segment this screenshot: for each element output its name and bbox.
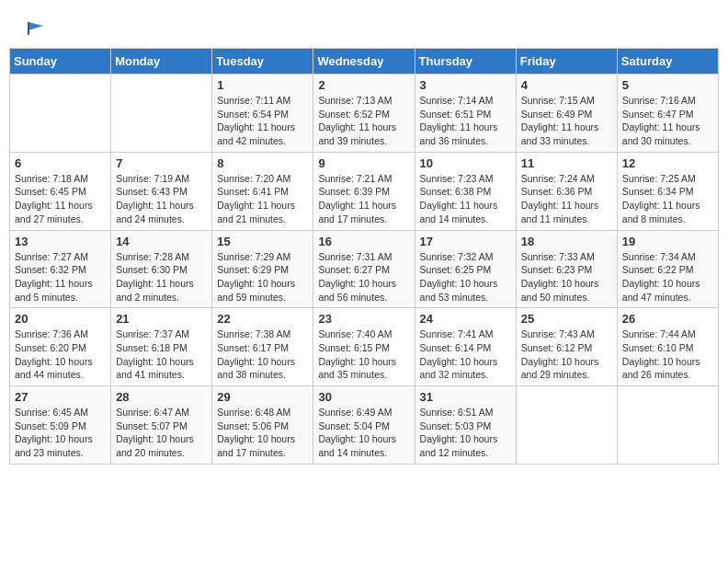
day-info: Sunrise: 6:47 AM Sunset: 5:07 PM Dayligh… xyxy=(116,406,207,460)
calendar-cell: 6Sunrise: 7:18 AM Sunset: 6:45 PM Daylig… xyxy=(10,152,111,230)
day-info: Sunrise: 7:36 AM Sunset: 6:20 PM Dayligh… xyxy=(15,327,106,382)
weekday-header: Thursday xyxy=(415,49,516,75)
day-info: Sunrise: 7:41 AM Sunset: 6:14 PM Dayligh… xyxy=(420,327,511,382)
weekday-header: Wednesday xyxy=(313,49,415,75)
calendar-cell: 18Sunrise: 7:33 AM Sunset: 6:23 PM Dayli… xyxy=(516,230,617,308)
day-number: 18 xyxy=(521,235,612,248)
day-number: 2 xyxy=(318,78,409,92)
calendar-cell: 12Sunrise: 7:25 AM Sunset: 6:34 PM Dayli… xyxy=(617,152,718,230)
day-number: 8 xyxy=(217,156,308,170)
calendar-cell: 9Sunrise: 7:21 AM Sunset: 6:39 PM Daylig… xyxy=(313,152,415,230)
calendar-cell: 27Sunrise: 6:45 AM Sunset: 5:09 PM Dayli… xyxy=(10,386,111,465)
day-number: 30 xyxy=(318,390,409,404)
day-number: 10 xyxy=(420,156,511,170)
calendar-cell: 2Sunrise: 7:13 AM Sunset: 6:52 PM Daylig… xyxy=(313,75,415,153)
day-info: Sunrise: 7:27 AM Sunset: 6:32 PM Dayligh… xyxy=(15,250,106,304)
calendar-cell: 16Sunrise: 7:31 AM Sunset: 6:27 PM Dayli… xyxy=(313,230,415,308)
calendar-cell: 31Sunrise: 6:51 AM Sunset: 5:03 PM Dayli… xyxy=(415,386,516,465)
calendar-cell: 20Sunrise: 7:36 AM Sunset: 6:20 PM Dayli… xyxy=(10,308,111,386)
calendar-cell: 11Sunrise: 7:24 AM Sunset: 6:36 PM Dayli… xyxy=(516,152,617,230)
calendar-header: SundayMondayTuesdayWednesdayThursdayFrid… xyxy=(10,49,719,75)
day-info: Sunrise: 7:28 AM Sunset: 6:30 PM Dayligh… xyxy=(116,250,207,304)
day-number: 19 xyxy=(622,235,713,248)
day-number: 4 xyxy=(521,78,612,92)
day-number: 1 xyxy=(217,78,308,92)
calendar-cell: 8Sunrise: 7:20 AM Sunset: 6:41 PM Daylig… xyxy=(212,152,313,230)
calendar-cell: 19Sunrise: 7:34 AM Sunset: 6:22 PM Dayli… xyxy=(617,230,718,308)
day-info: Sunrise: 7:13 AM Sunset: 6:52 PM Dayligh… xyxy=(318,94,409,148)
calendar-cell: 4Sunrise: 7:15 AM Sunset: 6:49 PM Daylig… xyxy=(516,75,617,153)
calendar-cell: 13Sunrise: 7:27 AM Sunset: 6:32 PM Dayli… xyxy=(10,230,111,308)
day-info: Sunrise: 7:34 AM Sunset: 6:22 PM Dayligh… xyxy=(622,250,713,304)
day-info: Sunrise: 7:29 AM Sunset: 6:29 PM Dayligh… xyxy=(217,250,308,304)
day-info: Sunrise: 7:38 AM Sunset: 6:17 PM Dayligh… xyxy=(217,327,308,382)
calendar-cell: 23Sunrise: 7:40 AM Sunset: 6:15 PM Dayli… xyxy=(313,308,415,386)
day-number: 3 xyxy=(420,78,511,92)
day-number: 12 xyxy=(622,156,713,170)
page-header xyxy=(9,9,719,48)
weekday-header: Friday xyxy=(516,49,617,75)
day-number: 11 xyxy=(521,156,612,170)
day-number: 27 xyxy=(15,390,106,404)
day-number: 28 xyxy=(116,390,207,404)
day-number: 16 xyxy=(318,235,409,248)
day-number: 25 xyxy=(521,312,612,326)
day-number: 5 xyxy=(622,78,713,92)
calendar-cell xyxy=(516,386,617,465)
calendar-table: SundayMondayTuesdayWednesdayThursdayFrid… xyxy=(9,48,719,465)
calendar-cell: 29Sunrise: 6:48 AM Sunset: 5:06 PM Dayli… xyxy=(212,386,313,465)
calendar-cell: 26Sunrise: 7:44 AM Sunset: 6:10 PM Dayli… xyxy=(617,308,718,386)
day-number: 13 xyxy=(15,235,106,248)
calendar-cell: 22Sunrise: 7:38 AM Sunset: 6:17 PM Dayli… xyxy=(212,308,313,386)
logo xyxy=(23,18,45,39)
calendar-cell: 3Sunrise: 7:14 AM Sunset: 6:51 PM Daylig… xyxy=(415,75,516,153)
calendar-cell xyxy=(10,75,111,153)
day-info: Sunrise: 7:15 AM Sunset: 6:49 PM Dayligh… xyxy=(521,94,612,148)
day-number: 7 xyxy=(116,156,207,170)
day-number: 23 xyxy=(318,312,409,326)
day-number: 24 xyxy=(420,312,511,326)
day-number: 26 xyxy=(622,312,713,326)
day-info: Sunrise: 6:45 AM Sunset: 5:09 PM Dayligh… xyxy=(15,406,106,460)
day-info: Sunrise: 7:11 AM Sunset: 6:54 PM Dayligh… xyxy=(217,94,308,148)
calendar-cell: 1Sunrise: 7:11 AM Sunset: 6:54 PM Daylig… xyxy=(212,75,313,153)
calendar-cell xyxy=(111,75,212,153)
day-info: Sunrise: 7:19 AM Sunset: 6:43 PM Dayligh… xyxy=(116,172,207,226)
calendar-cell: 5Sunrise: 7:16 AM Sunset: 6:47 PM Daylig… xyxy=(617,75,718,153)
weekday-header: Saturday xyxy=(617,49,718,75)
calendar-cell: 24Sunrise: 7:41 AM Sunset: 6:14 PM Dayli… xyxy=(415,308,516,386)
day-info: Sunrise: 7:23 AM Sunset: 6:38 PM Dayligh… xyxy=(420,172,511,226)
day-info: Sunrise: 7:16 AM Sunset: 6:47 PM Dayligh… xyxy=(622,94,713,148)
calendar-cell: 17Sunrise: 7:32 AM Sunset: 6:25 PM Dayli… xyxy=(415,230,516,308)
calendar-cell: 30Sunrise: 6:49 AM Sunset: 5:04 PM Dayli… xyxy=(313,386,415,465)
weekday-header: Sunday xyxy=(10,49,111,75)
day-info: Sunrise: 7:31 AM Sunset: 6:27 PM Dayligh… xyxy=(318,250,409,304)
day-info: Sunrise: 7:14 AM Sunset: 6:51 PM Dayligh… xyxy=(420,94,511,148)
calendar-cell: 10Sunrise: 7:23 AM Sunset: 6:38 PM Dayli… xyxy=(415,152,516,230)
day-info: Sunrise: 7:21 AM Sunset: 6:39 PM Dayligh… xyxy=(318,172,409,226)
day-info: Sunrise: 7:40 AM Sunset: 6:15 PM Dayligh… xyxy=(318,327,409,382)
day-number: 15 xyxy=(217,235,308,248)
calendar-cell: 14Sunrise: 7:28 AM Sunset: 6:30 PM Dayli… xyxy=(111,230,212,308)
day-number: 22 xyxy=(217,312,308,326)
day-info: Sunrise: 6:51 AM Sunset: 5:03 PM Dayligh… xyxy=(420,406,511,460)
day-info: Sunrise: 7:32 AM Sunset: 6:25 PM Dayligh… xyxy=(420,250,511,304)
day-info: Sunrise: 7:43 AM Sunset: 6:12 PM Dayligh… xyxy=(521,327,612,382)
calendar-cell xyxy=(617,386,718,465)
day-number: 29 xyxy=(217,390,308,404)
day-info: Sunrise: 7:33 AM Sunset: 6:23 PM Dayligh… xyxy=(521,250,612,304)
day-number: 17 xyxy=(420,235,511,248)
day-info: Sunrise: 7:37 AM Sunset: 6:18 PM Dayligh… xyxy=(116,327,207,382)
calendar-cell: 7Sunrise: 7:19 AM Sunset: 6:43 PM Daylig… xyxy=(111,152,212,230)
calendar-cell: 15Sunrise: 7:29 AM Sunset: 6:29 PM Dayli… xyxy=(212,230,313,308)
day-info: Sunrise: 6:48 AM Sunset: 5:06 PM Dayligh… xyxy=(217,406,308,460)
day-number: 9 xyxy=(318,156,409,170)
weekday-header: Monday xyxy=(111,49,212,75)
day-info: Sunrise: 7:24 AM Sunset: 6:36 PM Dayligh… xyxy=(521,172,612,226)
day-number: 21 xyxy=(116,312,207,326)
weekday-header: Tuesday xyxy=(212,49,313,75)
day-info: Sunrise: 7:18 AM Sunset: 6:45 PM Dayligh… xyxy=(15,172,106,226)
day-number: 31 xyxy=(420,390,511,404)
day-number: 20 xyxy=(15,312,106,326)
day-number: 14 xyxy=(116,235,207,248)
